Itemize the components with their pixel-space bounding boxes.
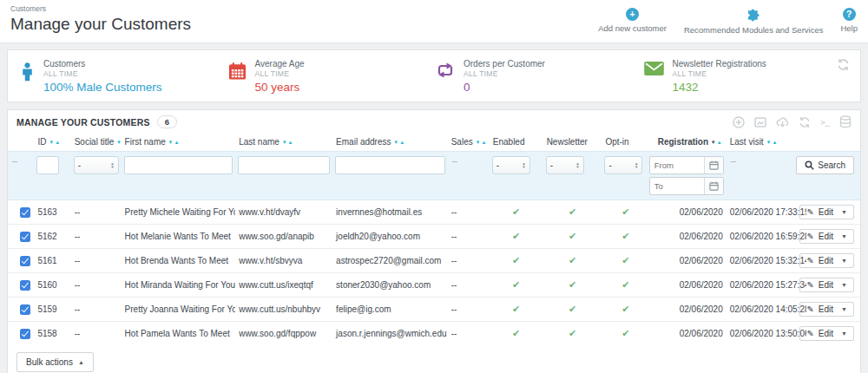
- column-header-newsletter: Newsletter: [543, 133, 602, 152]
- registration-from-input[interactable]: [650, 157, 704, 173]
- edit-button[interactable]: ✎ Edit ▼: [799, 326, 854, 341]
- optin-check-icon[interactable]: ✔: [621, 328, 629, 338]
- add-icon[interactable]: [733, 116, 745, 128]
- column-header-social-title[interactable]: Social title ▼▲: [71, 133, 122, 152]
- column-header-id[interactable]: ID ▼▲: [34, 133, 70, 152]
- cell-id: 5163: [34, 200, 70, 225]
- row-checkbox[interactable]: [20, 256, 30, 266]
- export-icon[interactable]: [754, 116, 766, 128]
- edit-button[interactable]: ✎ Edit ▼: [799, 302, 854, 317]
- table-row: 5163 -- Pretty Michele Waiting For You w…: [8, 200, 860, 225]
- edit-button[interactable]: ✎ Edit ▼: [799, 229, 854, 244]
- kpi-title: Customers: [43, 59, 162, 69]
- sort-icons[interactable]: ▼▲: [393, 140, 405, 145]
- newsletter-check-icon[interactable]: ✔: [569, 328, 576, 338]
- optin-check-icon[interactable]: ✔: [621, 255, 629, 265]
- help-button[interactable]: ? Help: [840, 8, 858, 35]
- enabled-check-icon[interactable]: ✔: [512, 231, 520, 241]
- sort-icons[interactable]: ▼▲: [116, 140, 122, 145]
- recommended-modules-button[interactable]: Recommended Modules and Services: [684, 8, 824, 35]
- newsletter-check-icon[interactable]: ✔: [569, 255, 576, 265]
- kpi-title: Newsletter Registrations: [673, 59, 766, 69]
- export-sql-manager-icon[interactable]: [839, 115, 852, 128]
- optin-check-icon[interactable]: ✔: [621, 206, 629, 217]
- search-button[interactable]: Search: [796, 156, 854, 174]
- edit-button[interactable]: ✎ Edit ▼: [799, 253, 854, 268]
- cell-last-name: www.cutt.us/ixeqtqf: [235, 273, 332, 298]
- newsletter-check-icon[interactable]: ✔: [569, 304, 576, 314]
- sort-icons[interactable]: ▼▲: [282, 140, 294, 145]
- sort-icons[interactable]: ▼▲: [475, 140, 487, 145]
- kpi-refresh-icon[interactable]: [837, 58, 850, 71]
- page-header: Customers Manage your Customers + Add ne…: [0, 0, 868, 43]
- import-cloud-icon[interactable]: [776, 116, 789, 128]
- calendar-picker-icon[interactable]: [704, 157, 723, 173]
- row-checkbox[interactable]: [20, 304, 30, 315]
- newsletter-check-icon[interactable]: ✔: [569, 279, 576, 290]
- filter-newsletter-select[interactable]: - ▲▼: [546, 156, 584, 174]
- sort-icons[interactable]: ▼▲: [49, 140, 61, 145]
- customer-table-body: 5163 -- Pretty Michele Waiting For You w…: [8, 200, 860, 346]
- enabled-check-icon[interactable]: ✔: [512, 279, 520, 290]
- optin-check-icon[interactable]: ✔: [621, 304, 629, 314]
- edit-dropdown-caret[interactable]: ▼: [838, 330, 847, 337]
- edit-button[interactable]: ✎ Edit ▼: [799, 278, 854, 292]
- row-checkbox[interactable]: [20, 207, 30, 218]
- optin-check-icon[interactable]: ✔: [621, 231, 629, 241]
- edit-dropdown-caret[interactable]: ▼: [838, 233, 847, 239]
- enabled-check-icon[interactable]: ✔: [512, 206, 520, 217]
- cell-social-title: --: [71, 298, 122, 322]
- newsletter-check-icon[interactable]: ✔: [569, 231, 576, 241]
- calendar-picker-icon[interactable]: [704, 178, 723, 194]
- filter-optin-select[interactable]: - ▲▼: [604, 156, 642, 174]
- filter-social-title-select[interactable]: - ▲▼: [74, 156, 119, 174]
- pencil-icon: ✎: [806, 256, 813, 265]
- column-header-last-name[interactable]: Last name ▼▲: [235, 133, 332, 152]
- kpi-period: ALL TIME: [255, 69, 305, 78]
- edit-dropdown-caret[interactable]: ▼: [838, 282, 847, 288]
- row-checkbox[interactable]: [20, 280, 30, 291]
- edit-button[interactable]: ✎ Edit ▼: [799, 205, 854, 219]
- sort-icons[interactable]: ▼▲: [168, 140, 181, 145]
- cell-last-name: www.v.ht/dvayfv: [235, 200, 332, 225]
- optin-check-icon[interactable]: ✔: [621, 279, 629, 290]
- enabled-check-icon[interactable]: ✔: [512, 304, 520, 314]
- column-header-registration[interactable]: Registration ▼▲: [649, 133, 726, 152]
- show-sql-query-icon[interactable]: >_: [820, 118, 830, 127]
- enabled-check-icon[interactable]: ✔: [512, 255, 520, 265]
- sort-icons[interactable]: ▼▲: [766, 140, 778, 145]
- newsletter-check-icon[interactable]: ✔: [569, 206, 576, 217]
- row-checkbox[interactable]: [20, 232, 30, 242]
- filter-none: --: [450, 157, 457, 166]
- cell-social-title: --: [71, 273, 122, 298]
- column-header-sales[interactable]: Sales ▼▲: [448, 133, 490, 152]
- breadcrumb[interactable]: Customers: [10, 4, 191, 13]
- column-header-last-visit[interactable]: Last visit ▼▲: [727, 133, 806, 152]
- cell-social-title: --: [71, 322, 122, 346]
- refresh-icon[interactable]: [799, 116, 811, 128]
- row-checkbox[interactable]: [20, 329, 30, 339]
- column-header-email[interactable]: Email address ▼▲: [332, 133, 448, 152]
- cell-first-name: Hot Pamela Wants To Meet: [122, 322, 236, 346]
- filter-first-name-input[interactable]: [124, 156, 233, 174]
- enabled-check-icon[interactable]: ✔: [512, 328, 520, 338]
- registration-to-input[interactable]: [650, 178, 704, 194]
- filter-last-name-input[interactable]: [238, 156, 330, 174]
- table-header-row: ID ▼▲ Social title ▼▲ First name ▼▲ Last…: [8, 133, 860, 152]
- filter-enabled-select[interactable]: - ▲▼: [492, 156, 530, 174]
- edit-dropdown-caret[interactable]: ▼: [838, 258, 847, 264]
- column-header-first-name[interactable]: First name ▼▲: [122, 133, 236, 152]
- add-new-customer-button[interactable]: + Add new customer: [598, 8, 667, 35]
- cell-last-visit: 02/06/2020 13:50:06: [727, 322, 806, 346]
- cell-last-name: www.soo.gd/anapib: [235, 225, 332, 249]
- filter-email-input[interactable]: [335, 156, 445, 174]
- cell-registration: 02/06/2020: [649, 225, 726, 249]
- kpi-strip: Customers ALL TIME 100% Male Customers A…: [7, 49, 861, 102]
- edit-dropdown-caret[interactable]: ▼: [838, 306, 847, 312]
- cell-first-name: Pretty Michele Waiting For You: [122, 200, 236, 225]
- filter-id-input[interactable]: [36, 156, 59, 174]
- edit-dropdown-caret[interactable]: ▼: [838, 209, 847, 215]
- sort-icons[interactable]: ▼▲: [711, 140, 723, 145]
- cell-sales: --: [448, 273, 490, 298]
- bulk-actions-button[interactable]: Bulk actions ▲: [16, 352, 94, 372]
